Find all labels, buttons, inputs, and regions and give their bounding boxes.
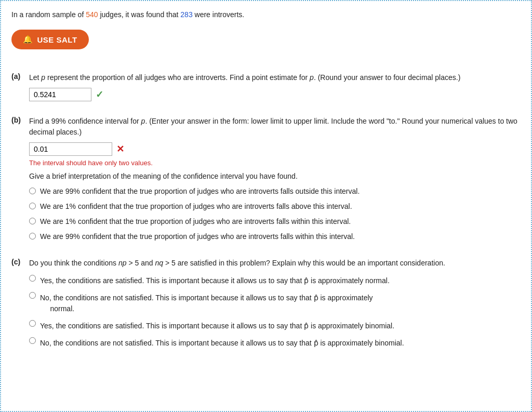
part-a-content: Let p represent the proportion of all ju… <box>29 72 460 104</box>
part-b-option-2: We are 1% confident that the true propor… <box>29 201 521 212</box>
salt-icon: 🔔 <box>23 35 33 44</box>
part-b-section: (b) Find a 99% confidence interval for p… <box>11 116 521 246</box>
part-c-section: (c) Do you think the conditions np > 5 a… <box>11 258 521 353</box>
part-c-radio-4[interactable] <box>29 337 36 344</box>
salt-button-label: USE SALT <box>37 35 77 44</box>
part-c-radio-group: Yes, the conditions are satisfied. This … <box>29 273 445 349</box>
part-b-label: (b) <box>11 116 26 124</box>
part-c-question: Do you think the conditions np > 5 and n… <box>29 258 445 269</box>
part-b-option-2-label: We are 1% confident that the true propor… <box>40 201 352 212</box>
part-c-radio-2[interactable] <box>29 292 36 299</box>
part-b-input-row: ✕ <box>29 142 521 156</box>
part-a-label: (a) <box>11 72 26 81</box>
intro-after-540: judges, it was found that <box>98 10 181 19</box>
part-c-content: Do you think the conditions np > 5 and n… <box>29 258 445 353</box>
part-b-radio-3[interactable] <box>29 218 36 224</box>
part-b-option-3: We are 1% confident that the true propor… <box>29 216 521 227</box>
part-b-error-msg: The interval should have only two values… <box>29 159 521 167</box>
part-b-content: Find a 99% confidence interval for p. (E… <box>29 116 521 246</box>
part-a-input[interactable] <box>29 88 91 101</box>
part-b-option-3-label: We are 1% confident that the true propor… <box>40 216 351 227</box>
part-b-radio-2[interactable] <box>29 203 36 209</box>
part-b-option-4: We are 99% confident that the true propo… <box>29 231 521 242</box>
page-wrapper: In a random sample of 540 judges, it was… <box>0 0 532 412</box>
part-c-option-1: Yes, the conditions are satisfied. This … <box>29 273 445 286</box>
part-a-input-row: ✓ <box>29 88 460 101</box>
part-b-radio-1[interactable] <box>29 188 36 194</box>
part-a-section: (a) Let p represent the proportion of al… <box>11 72 521 104</box>
use-salt-button[interactable]: 🔔 USE SALT <box>11 30 89 49</box>
part-b-option-1: We are 99% confident that the true propo… <box>29 186 521 197</box>
part-a-question: Let p represent the proportion of all ju… <box>29 72 460 84</box>
intro-before-540: In a random sample of <box>11 10 86 19</box>
part-b-radio-4[interactable] <box>29 233 36 240</box>
part-c-option-2-label: No, the conditions are not satisfied. Th… <box>40 290 373 314</box>
part-c-label: (c) <box>11 258 26 266</box>
part-c-option-4-label: No, the conditions are not satisfied. Th… <box>40 336 404 349</box>
intro-283: 283 <box>180 10 192 19</box>
part-b-radio-group: We are 99% confident that the true propo… <box>29 186 521 242</box>
part-b-question: Find a 99% confidence interval for p. (E… <box>29 116 521 138</box>
part-c-radio-1[interactable] <box>29 275 36 282</box>
part-b-sub-question: Give a brief interpretation of the meani… <box>29 171 521 182</box>
part-b-input[interactable] <box>29 142 112 156</box>
part-c-option-3: Yes, the conditions are satisfied. This … <box>29 318 445 331</box>
part-c-option-4: No, the conditions are not satisfied. Th… <box>29 336 445 349</box>
intro-text: In a random sample of 540 judges, it was… <box>11 9 521 20</box>
part-b-option-4-label: We are 99% confident that the true propo… <box>40 231 355 242</box>
part-c-option-1-label: Yes, the conditions are satisfied. This … <box>40 273 390 286</box>
part-c-radio-3[interactable] <box>29 320 36 327</box>
intro-540: 540 <box>86 10 98 19</box>
part-c-option-2: No, the conditions are not satisfied. Th… <box>29 290 445 314</box>
intro-end: were introverts. <box>193 10 245 19</box>
part-b-x-icon: ✕ <box>116 143 124 155</box>
part-a-check-icon: ✓ <box>96 89 103 100</box>
part-b-option-1-label: We are 99% confident that the true propo… <box>40 186 360 197</box>
part-c-option-3-label: Yes, the conditions are satisfied. This … <box>40 318 394 331</box>
